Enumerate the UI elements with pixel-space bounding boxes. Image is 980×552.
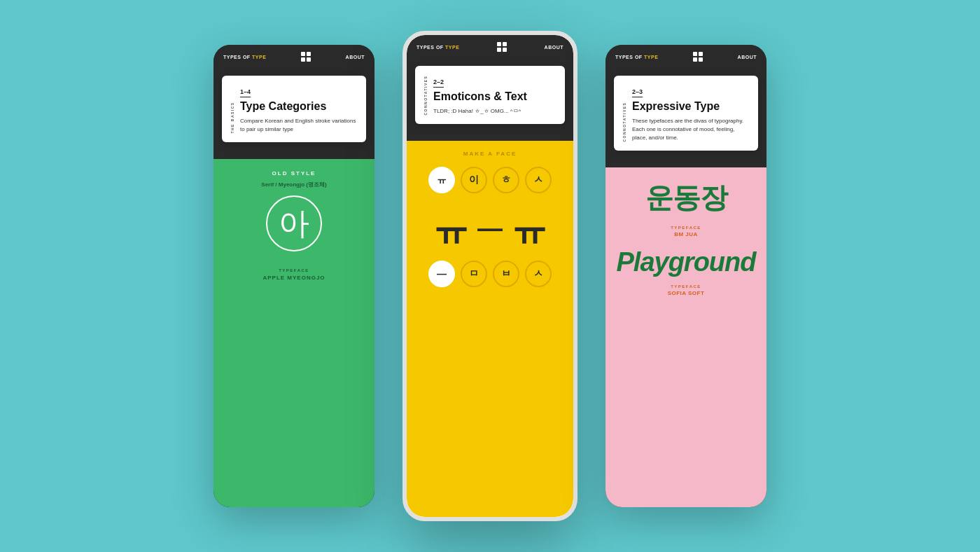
phone1-char-circle: 아 xyxy=(266,195,322,251)
phone1-serif-label: Serif / Myeongjo (명조체) xyxy=(261,181,326,188)
phone1-card-number: 1–4 xyxy=(240,88,251,97)
phone2-card-content: 2–2 Emoticons & Text TLDR; :D Haha! ㅎ_ㅎ … xyxy=(433,74,556,116)
phone2-btn-top-2[interactable]: 이 xyxy=(461,167,487,193)
phone1-typeface-label: TYPEFACE xyxy=(279,268,309,272)
phone2-btn-bot-1[interactable]: — xyxy=(428,261,455,287)
phone1-info-card: THE BASICS 1–4 Type Categories Compare K… xyxy=(222,76,366,142)
phone2-about[interactable]: ABOUT xyxy=(545,45,564,50)
phones-container: TYPES OF TYPE ABOUT THE BASICS 1–4 Type … xyxy=(186,3,794,549)
phone2-card-desc: TLDR; :D Haha! ㅎ_ㅎ OMG... ^ㅁ^ xyxy=(433,107,556,116)
phone2-logo: TYPES OF TYPE xyxy=(416,45,459,50)
phone2-btn-bot-3[interactable]: ㅂ xyxy=(493,261,519,287)
phone3-card-title: Expressive Type xyxy=(632,100,750,113)
phone1-typeface-name: APPLE MYEONGJO xyxy=(262,275,325,281)
phone2-btn-top-1[interactable]: ㅠ xyxy=(428,167,455,193)
phone1-body: OLD STYLE Serif / Myeongjo (명조체) 아 TYPEF… xyxy=(214,159,374,507)
phone1-about[interactable]: ABOUT xyxy=(346,55,365,60)
phone1-logo: TYPES OF TYPE xyxy=(223,55,266,60)
phone1-card-title: Type Categories xyxy=(240,100,358,113)
phone2-inner: TYPES OF TYPE ABOUT CONNOTATIVES 2–2 Emo… xyxy=(407,35,573,517)
phone2-info-card: CONNOTATIVES 2–2 Emoticons & Text TLDR; … xyxy=(415,66,565,124)
phone-1: TYPES OF TYPE ABOUT THE BASICS 1–4 Type … xyxy=(214,45,374,507)
phone1-grid-icon[interactable] xyxy=(301,52,311,62)
phone2-face-right: ㅠ xyxy=(511,210,547,247)
phone3-body: 운동장 TYPEFACE BM JUA Playground TYPEFACE … xyxy=(606,167,766,507)
phone-2: TYPES OF TYPE ABOUT CONNOTATIVES 2–2 Emo… xyxy=(402,31,578,521)
phone2-header: TYPES OF TYPE ABOUT xyxy=(407,35,573,59)
phone2-card-title: Emoticons & Text xyxy=(433,90,556,103)
phone-3: TYPES OF TYPE ABOUT CONNOTATIVES 2–3 Exp… xyxy=(606,45,766,507)
phone2-body: MAKE A FACE ㅠ 이 ㅎ ㅅ ㅠ — ㅠ — ㅁ xyxy=(407,141,573,517)
phone3-card-content: 2–3 Expressive Type These typefaces are … xyxy=(632,84,750,142)
phone2-card-number: 2–2 xyxy=(433,78,444,88)
phone2-btn-bot-2[interactable]: ㅁ xyxy=(461,261,487,287)
phone3-info-card: CONNOTATIVES 2–3 Expressive Type These t… xyxy=(614,76,758,151)
phone3-english-word: Playground xyxy=(616,247,755,277)
phone2-face-left: ㅠ xyxy=(433,210,469,247)
phone1-header: TYPES OF TYPE ABOUT xyxy=(214,45,374,69)
phone3-typeface2-label: TYPEFACE xyxy=(671,284,701,289)
phone3-typeface1-label: TYPEFACE xyxy=(671,226,701,230)
phone3-korean-word: 운동장 xyxy=(645,179,727,217)
phone1-card-desc: Compare Korean and English stroke variat… xyxy=(240,117,358,134)
phone3-card-desc: These typefaces are the divas of typogra… xyxy=(632,117,750,142)
phone2-top-buttons: ㅠ 이 ㅎ ㅅ xyxy=(428,167,552,193)
phone3-sidebar-label: CONNOTATIVES xyxy=(622,84,626,142)
phone2-btn-top-3[interactable]: ㅎ xyxy=(493,167,519,193)
phone1-card-content: 1–4 Type Categories Compare Korean and E… xyxy=(240,84,358,134)
phone3-logo-highlight: TYPE xyxy=(644,55,658,60)
phone1-category-label: OLD STYLE xyxy=(272,170,316,177)
phone2-btn-top-4[interactable]: ㅅ xyxy=(525,167,552,193)
phone3-about[interactable]: ABOUT xyxy=(738,55,757,60)
phone1-sidebar-label: THE BASICS xyxy=(230,84,234,134)
phone2-grid-icon[interactable] xyxy=(497,42,507,52)
phone2-card-area: CONNOTATIVES 2–2 Emoticons & Text TLDR; … xyxy=(407,59,573,141)
phone1-card-area: THE BASICS 1–4 Type Categories Compare K… xyxy=(214,69,374,159)
phone2-logo-highlight: TYPE xyxy=(445,45,459,50)
phone1-logo-highlight: TYPE xyxy=(252,55,266,60)
phone2-bottom-buttons: — ㅁ ㅂ ㅅ xyxy=(428,261,552,287)
phone2-btn-bot-4[interactable]: ㅅ xyxy=(525,261,552,287)
phone3-card-number: 2–3 xyxy=(632,88,643,97)
phone2-sidebar-label: CONNOTATIVES xyxy=(424,74,428,116)
phone3-logo: TYPES OF TYPE xyxy=(615,55,658,60)
phone2-make-face-label: MAKE A FACE xyxy=(463,151,517,157)
phone3-logo-text: TYPES OF xyxy=(615,55,643,60)
phone1-logo-text: TYPES OF xyxy=(223,55,251,60)
phone2-logo-text: TYPES OF xyxy=(416,45,444,50)
phone2-face-display: ㅠ — ㅠ xyxy=(433,210,547,247)
phone1-korean-char: 아 xyxy=(279,208,309,239)
phone3-typeface2-name: SOFIA SOFT xyxy=(668,290,705,296)
phone3-grid-icon[interactable] xyxy=(693,52,703,62)
phone2-face-dash: — xyxy=(477,214,503,243)
phone3-header: TYPES OF TYPE ABOUT xyxy=(606,45,766,69)
phone3-typeface1-name: BM JUA xyxy=(674,231,698,237)
phone3-card-area: CONNOTATIVES 2–3 Expressive Type These t… xyxy=(606,69,766,167)
